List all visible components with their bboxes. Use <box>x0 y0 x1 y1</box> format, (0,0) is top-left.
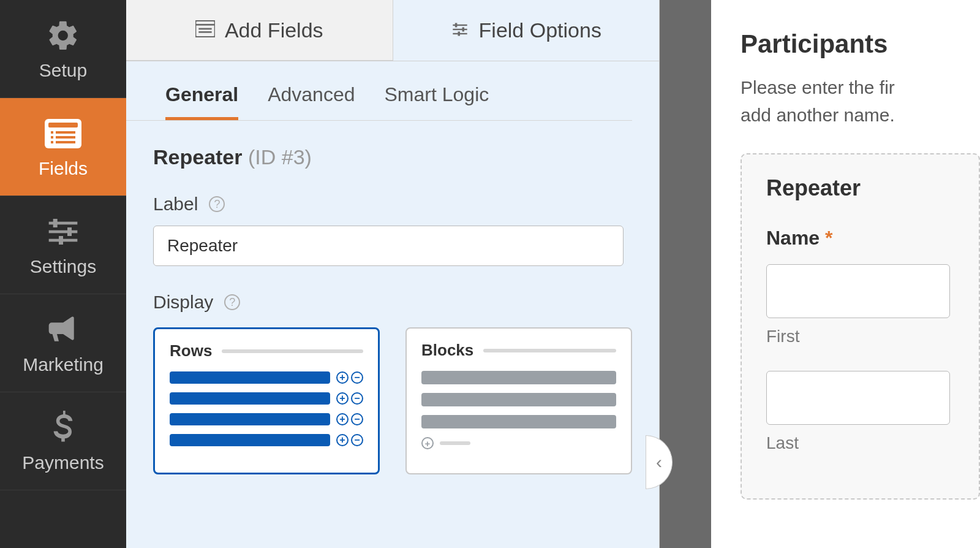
bullhorn-icon <box>45 311 81 348</box>
label-input[interactable] <box>153 226 624 266</box>
svg-rect-9 <box>49 230 78 233</box>
sidebar-item-payments[interactable]: Payments <box>0 392 126 490</box>
decorative-line <box>222 349 363 353</box>
form-description: Please enter the fir add another name. <box>741 74 980 129</box>
svg-rect-11 <box>53 219 58 227</box>
tab-label: Add Fields <box>225 18 323 42</box>
svg-rect-6 <box>51 141 53 143</box>
last-sublabel: Last <box>766 433 979 453</box>
subtab-advanced[interactable]: Advanced <box>268 83 355 120</box>
options-panel: Add Fields Field Options General Advance… <box>126 0 660 548</box>
display-text: Display <box>153 292 213 313</box>
required-asterisk: * <box>825 227 832 249</box>
repeater-field[interactable]: Repeater Name * First Last <box>741 153 980 500</box>
svg-rect-3 <box>56 131 75 134</box>
svg-rect-4 <box>51 136 53 139</box>
repeater-label: Repeater <box>766 175 979 201</box>
sidebar-item-fields[interactable]: Fields <box>0 98 126 196</box>
svg-rect-18 <box>453 24 467 25</box>
sidebar-item-label: Fields <box>39 158 88 179</box>
sidebar-item-label: Payments <box>22 452 104 473</box>
last-name-input[interactable] <box>766 371 950 425</box>
svg-rect-5 <box>56 136 75 139</box>
dollar-icon <box>45 409 81 446</box>
list-icon <box>45 115 81 152</box>
form-preview: Participants Please enter the fir add an… <box>711 0 980 548</box>
display-option-blocks[interactable]: Blocks + <box>405 327 632 474</box>
svg-rect-12 <box>67 227 72 236</box>
sidebar-item-marketing[interactable]: Marketing <box>0 294 126 392</box>
subtab-smart-logic[interactable]: Smart Logic <box>385 83 489 120</box>
main-tabs: Add Fields Field Options <box>126 0 659 61</box>
label-row: Label ? <box>153 194 632 215</box>
name-field-label: Name * <box>766 227 979 249</box>
sidebar-item-label: Setup <box>39 60 87 81</box>
gear-icon <box>45 17 81 54</box>
svg-rect-8 <box>49 221 78 224</box>
sidebar-item-label: Marketing <box>23 354 104 375</box>
first-name-input[interactable] <box>766 264 950 318</box>
form-icon <box>195 20 215 40</box>
tab-add-fields[interactable]: Add Fields <box>126 0 393 61</box>
sidebar-item-setup[interactable]: Setup <box>0 0 126 98</box>
display-option-title: Blocks <box>421 341 473 360</box>
svg-rect-7 <box>56 141 75 143</box>
display-row: Display ? <box>153 292 632 313</box>
svg-rect-23 <box>458 31 460 36</box>
help-icon[interactable]: ? <box>209 196 225 212</box>
blocks-illustration: + <box>421 371 616 449</box>
svg-rect-2 <box>51 131 53 134</box>
svg-rect-22 <box>462 27 464 31</box>
sub-tabs: General Advanced Smart Logic <box>126 61 632 121</box>
sliders-icon <box>451 21 469 40</box>
tab-field-options[interactable]: Field Options <box>393 0 660 61</box>
subtab-general[interactable]: General <box>165 83 238 120</box>
form-title: Participants <box>741 29 980 59</box>
display-option-rows[interactable]: Rows <box>153 327 380 474</box>
sidebar: Setup Fields Settings Marketing Payments <box>0 0 126 548</box>
rows-illustration <box>170 371 363 446</box>
svg-rect-1 <box>48 123 78 127</box>
decorative-line <box>483 349 616 352</box>
sliders-icon <box>45 213 81 250</box>
sidebar-item-label: Settings <box>30 256 96 277</box>
sidebar-item-settings[interactable]: Settings <box>0 196 126 294</box>
field-type-name: Repeater <box>153 145 243 169</box>
svg-rect-21 <box>454 23 457 27</box>
label-text: Label <box>153 194 198 215</box>
field-id: (ID #3) <box>248 145 312 169</box>
svg-rect-19 <box>453 28 467 29</box>
help-icon[interactable]: ? <box>224 294 240 310</box>
display-option-title: Rows <box>170 341 212 360</box>
field-type-title: Repeater (ID #3) <box>153 145 632 169</box>
svg-rect-13 <box>59 236 63 245</box>
tab-label: Field Options <box>479 18 601 42</box>
first-sublabel: First <box>766 327 979 346</box>
